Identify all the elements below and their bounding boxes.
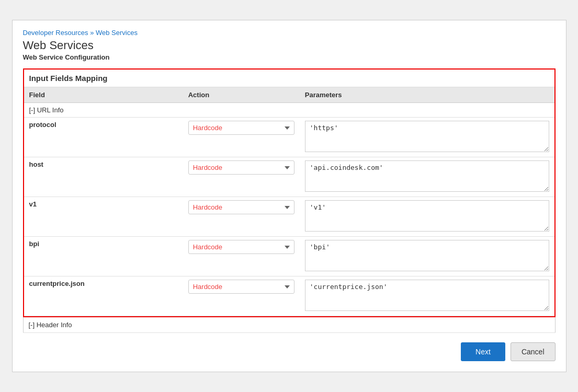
col-header-parameters: Parameters [300, 87, 554, 103]
breadcrumb: Developer Resources » Web Services [23, 29, 556, 37]
action-cell-bpi: Hardcode Map Ignore [183, 237, 300, 276]
cancel-button[interactable]: Cancel [511, 342, 556, 361]
next-button[interactable]: Next [461, 342, 505, 361]
param-textarea-protocol[interactable] [305, 121, 549, 152]
page-subtitle: Web Service Configuration [23, 53, 556, 61]
param-cell-bpi [300, 237, 554, 276]
param-cell-v1 [300, 197, 554, 237]
action-select-protocol[interactable]: Hardcode Map Ignore [188, 121, 294, 135]
header-info-row: [-] Header Info [23, 317, 555, 333]
action-select-host[interactable]: Hardcode Map Ignore [188, 160, 294, 175]
breadcrumb-separator: » [88, 29, 96, 37]
param-cell-currentprice [300, 276, 554, 316]
header-info-table: [-] Header Info [23, 317, 556, 333]
action-cell-currentprice: Hardcode Map Ignore [183, 276, 300, 316]
action-select-bpi[interactable]: Hardcode Map Ignore [188, 240, 294, 254]
input-fields-mapping-box: Input Fields Mapping Field Action Parame… [23, 68, 556, 317]
mapping-table: Field Action Parameters [-] URL Info pro… [24, 87, 554, 316]
header-info-label: [-] Header Info [23, 317, 183, 333]
field-currentprice: currentprice.json [24, 276, 183, 316]
page-title: Web Services [23, 39, 556, 52]
action-select-v1[interactable]: Hardcode Map Ignore [188, 200, 294, 214]
param-textarea-bpi[interactable] [305, 240, 549, 271]
col-header-action: Action [183, 87, 300, 103]
table-row: bpi Hardcode Map Ignore [24, 237, 554, 276]
table-row: protocol Hardcode Map Ignore [24, 118, 554, 157]
url-info-label: [-] URL Info [24, 103, 554, 118]
param-textarea-currentprice[interactable] [305, 280, 549, 311]
breadcrumb-part1[interactable]: Developer Resources [23, 29, 88, 37]
param-cell-protocol [300, 118, 554, 157]
footer-buttons: Next Cancel [23, 342, 556, 361]
param-textarea-host[interactable] [305, 160, 549, 192]
action-select-currentprice[interactable]: Hardcode Map Ignore [188, 280, 294, 294]
field-protocol: protocol [24, 118, 183, 157]
action-cell-v1: Hardcode Map Ignore [183, 197, 300, 237]
action-cell-protocol: Hardcode Map Ignore [183, 118, 300, 157]
field-v1: v1 [24, 197, 183, 237]
table-row: host Hardcode Map Ignore [24, 157, 554, 197]
url-info-section-header: [-] URL Info [24, 103, 554, 118]
table-row: v1 Hardcode Map Ignore [24, 197, 554, 237]
param-cell-host [300, 157, 554, 197]
breadcrumb-part2[interactable]: Web Services [96, 29, 138, 37]
field-host: host [24, 157, 183, 197]
param-textarea-v1[interactable] [305, 200, 549, 232]
table-row: currentprice.json Hardcode Map Ignore [24, 276, 554, 316]
col-header-field: Field [24, 87, 183, 103]
input-fields-mapping-title: Input Fields Mapping [24, 70, 554, 87]
action-cell-host: Hardcode Map Ignore [183, 157, 300, 197]
field-bpi: bpi [24, 237, 183, 276]
